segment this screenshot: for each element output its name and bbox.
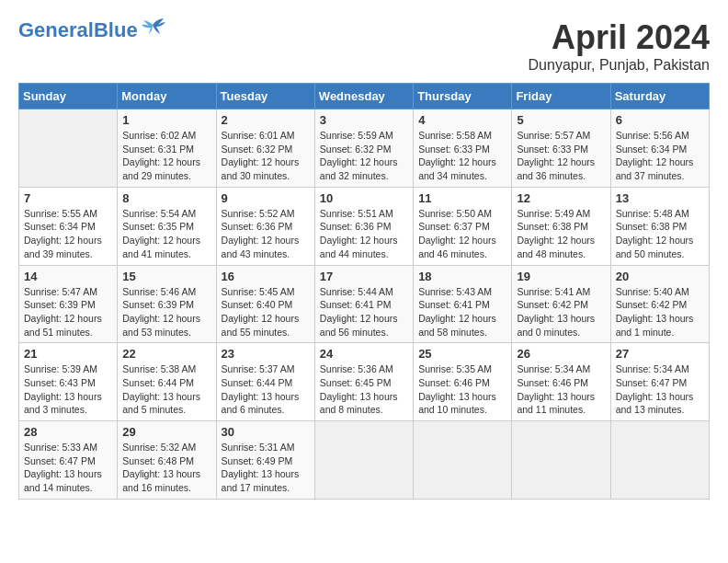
day-cell: 28Sunrise: 5:33 AM Sunset: 6:47 PM Dayli… (19, 421, 118, 500)
calendar-body: 1Sunrise: 6:02 AM Sunset: 6:31 PM Daylig… (19, 109, 710, 500)
day-number: 9 (222, 191, 310, 205)
column-header-tuesday: Tuesday (216, 84, 314, 109)
day-number: 28 (24, 425, 112, 439)
day-cell: 14Sunrise: 5:47 AM Sunset: 6:39 PM Dayli… (19, 265, 118, 343)
week-row-2: 7Sunrise: 5:55 AM Sunset: 6:34 PM Daylig… (19, 187, 710, 265)
day-cell: 27Sunrise: 5:34 AM Sunset: 6:47 PM Dayli… (610, 343, 709, 421)
day-number: 3 (320, 113, 408, 127)
day-cell: 22Sunrise: 5:38 AM Sunset: 6:44 PM Dayli… (118, 343, 216, 421)
column-header-monday: Monday (118, 84, 216, 109)
day-cell (610, 421, 709, 500)
day-cell: 5Sunrise: 5:57 AM Sunset: 6:33 PM Daylig… (512, 109, 610, 188)
day-info: Sunrise: 5:54 AM Sunset: 6:35 PM Dayligh… (122, 207, 210, 261)
day-cell: 21Sunrise: 5:39 AM Sunset: 6:43 PM Dayli… (19, 343, 118, 421)
logo: GeneralBlue (18, 18, 165, 42)
day-info: Sunrise: 5:34 AM Sunset: 6:47 PM Dayligh… (616, 362, 704, 417)
day-info: Sunrise: 5:44 AM Sunset: 6:41 PM Dayligh… (320, 285, 408, 339)
calendar-header: SundayMondayTuesdayWednesdayThursdayFrid… (19, 84, 710, 109)
day-number: 13 (616, 191, 704, 205)
day-cell (512, 421, 610, 500)
day-cell: 7Sunrise: 5:55 AM Sunset: 6:34 PM Daylig… (19, 187, 118, 265)
day-info: Sunrise: 5:33 AM Sunset: 6:47 PM Dayligh… (24, 441, 112, 495)
day-info: Sunrise: 5:51 AM Sunset: 6:36 PM Dayligh… (320, 207, 408, 261)
column-header-thursday: Thursday (414, 84, 512, 109)
day-info: Sunrise: 5:41 AM Sunset: 6:42 PM Dayligh… (517, 285, 605, 339)
day-number: 20 (616, 270, 704, 283)
day-number: 27 (616, 347, 704, 361)
day-number: 15 (122, 270, 210, 283)
day-number: 16 (222, 270, 310, 283)
logo-bird-icon (140, 17, 165, 36)
logo-text: GeneralBlue (18, 18, 138, 42)
day-number: 14 (24, 270, 112, 283)
day-number: 4 (418, 113, 506, 127)
day-number: 10 (320, 191, 408, 205)
day-number: 30 (222, 425, 310, 439)
column-header-saturday: Saturday (610, 84, 709, 109)
day-cell: 30Sunrise: 5:31 AM Sunset: 6:49 PM Dayli… (216, 421, 314, 500)
day-cell: 2Sunrise: 6:01 AM Sunset: 6:32 PM Daylig… (216, 109, 314, 188)
day-info: Sunrise: 5:55 AM Sunset: 6:34 PM Dayligh… (24, 207, 112, 261)
day-number: 24 (320, 347, 408, 361)
day-number: 25 (418, 347, 506, 361)
day-number: 29 (122, 425, 210, 439)
day-info: Sunrise: 5:32 AM Sunset: 6:48 PM Dayligh… (122, 441, 210, 495)
day-info: Sunrise: 5:40 AM Sunset: 6:42 PM Dayligh… (616, 285, 704, 339)
day-cell: 24Sunrise: 5:36 AM Sunset: 6:45 PM Dayli… (314, 343, 413, 421)
day-number: 8 (122, 191, 210, 205)
day-cell (314, 421, 413, 500)
day-number: 2 (222, 113, 310, 127)
day-cell: 29Sunrise: 5:32 AM Sunset: 6:48 PM Dayli… (118, 421, 216, 500)
day-number: 12 (517, 191, 605, 205)
day-number: 7 (24, 191, 112, 205)
day-info: Sunrise: 5:43 AM Sunset: 6:41 PM Dayligh… (418, 285, 506, 339)
day-number: 17 (320, 270, 408, 283)
day-info: Sunrise: 5:34 AM Sunset: 6:46 PM Dayligh… (517, 362, 605, 417)
day-cell: 9Sunrise: 5:52 AM Sunset: 6:36 PM Daylig… (216, 187, 314, 265)
column-header-friday: Friday (512, 84, 610, 109)
day-info: Sunrise: 5:36 AM Sunset: 6:45 PM Dayligh… (320, 362, 408, 417)
subtitle: Dunyapur, Punjab, Pakistan (529, 57, 710, 74)
day-info: Sunrise: 5:47 AM Sunset: 6:39 PM Dayligh… (24, 285, 112, 339)
day-cell: 26Sunrise: 5:34 AM Sunset: 6:46 PM Dayli… (512, 343, 610, 421)
day-info: Sunrise: 5:56 AM Sunset: 6:34 PM Dayligh… (616, 129, 704, 183)
day-info: Sunrise: 5:49 AM Sunset: 6:38 PM Dayligh… (517, 207, 605, 261)
day-info: Sunrise: 5:52 AM Sunset: 6:36 PM Dayligh… (222, 207, 310, 261)
day-cell: 4Sunrise: 5:58 AM Sunset: 6:33 PM Daylig… (414, 109, 512, 188)
day-info: Sunrise: 5:48 AM Sunset: 6:38 PM Dayligh… (616, 207, 704, 261)
day-number: 5 (517, 113, 605, 127)
day-info: Sunrise: 5:35 AM Sunset: 6:46 PM Dayligh… (418, 362, 506, 417)
day-number: 11 (418, 191, 506, 205)
day-cell: 23Sunrise: 5:37 AM Sunset: 6:44 PM Dayli… (216, 343, 314, 421)
day-number: 18 (418, 270, 506, 283)
day-cell: 11Sunrise: 5:50 AM Sunset: 6:37 PM Dayli… (414, 187, 512, 265)
title-block: April 2024 Dunyapur, Punjab, Pakistan (529, 18, 710, 74)
day-number: 19 (517, 270, 605, 283)
page-header: GeneralBlue April 2024 Dunyapur, Punjab,… (18, 18, 710, 74)
day-number: 23 (222, 347, 310, 361)
day-info: Sunrise: 6:01 AM Sunset: 6:32 PM Dayligh… (222, 129, 310, 183)
day-number: 22 (122, 347, 210, 361)
day-info: Sunrise: 5:31 AM Sunset: 6:49 PM Dayligh… (222, 441, 310, 495)
day-cell: 10Sunrise: 5:51 AM Sunset: 6:36 PM Dayli… (314, 187, 413, 265)
calendar-table: SundayMondayTuesdayWednesdayThursdayFrid… (18, 83, 710, 500)
column-header-wednesday: Wednesday (314, 84, 413, 109)
day-cell: 6Sunrise: 5:56 AM Sunset: 6:34 PM Daylig… (610, 109, 709, 188)
day-info: Sunrise: 5:37 AM Sunset: 6:44 PM Dayligh… (222, 362, 310, 417)
day-cell: 18Sunrise: 5:43 AM Sunset: 6:41 PM Dayli… (414, 265, 512, 343)
day-cell: 25Sunrise: 5:35 AM Sunset: 6:46 PM Dayli… (414, 343, 512, 421)
day-info: Sunrise: 5:39 AM Sunset: 6:43 PM Dayligh… (24, 362, 112, 417)
day-cell: 15Sunrise: 5:46 AM Sunset: 6:39 PM Dayli… (118, 265, 216, 343)
column-header-sunday: Sunday (19, 84, 118, 109)
day-info: Sunrise: 5:59 AM Sunset: 6:32 PM Dayligh… (320, 129, 408, 183)
day-cell: 1Sunrise: 6:02 AM Sunset: 6:31 PM Daylig… (118, 109, 216, 188)
header-row: SundayMondayTuesdayWednesdayThursdayFrid… (19, 84, 710, 109)
day-info: Sunrise: 5:38 AM Sunset: 6:44 PM Dayligh… (122, 362, 210, 417)
day-info: Sunrise: 6:02 AM Sunset: 6:31 PM Dayligh… (122, 129, 210, 183)
day-cell (414, 421, 512, 500)
day-info: Sunrise: 5:50 AM Sunset: 6:37 PM Dayligh… (418, 207, 506, 261)
week-row-1: 1Sunrise: 6:02 AM Sunset: 6:31 PM Daylig… (19, 109, 710, 188)
day-cell: 13Sunrise: 5:48 AM Sunset: 6:38 PM Dayli… (610, 187, 709, 265)
day-info: Sunrise: 5:58 AM Sunset: 6:33 PM Dayligh… (418, 129, 506, 183)
day-number: 6 (616, 113, 704, 127)
